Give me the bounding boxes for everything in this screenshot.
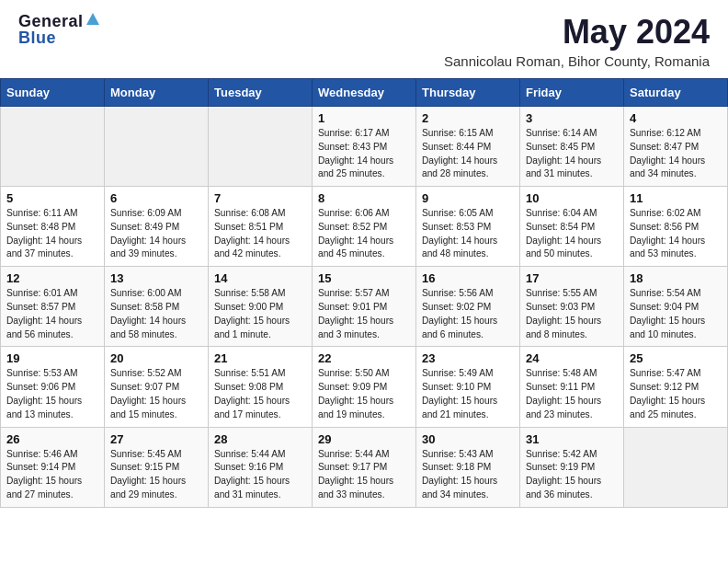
- calendar-cell: 20Sunrise: 5:52 AM Sunset: 9:07 PM Dayli…: [105, 347, 209, 427]
- calendar-cell: 21Sunrise: 5:51 AM Sunset: 9:08 PM Dayli…: [209, 347, 313, 427]
- day-info: Sunrise: 5:44 AM Sunset: 9:16 PM Dayligh…: [214, 448, 306, 502]
- day-number: 6: [110, 191, 202, 205]
- calendar-table: SundayMondayTuesdayWednesdayThursdayFrid…: [0, 78, 728, 508]
- day-info: Sunrise: 5:52 AM Sunset: 9:07 PM Dayligh…: [110, 367, 202, 421]
- day-number: 7: [214, 191, 306, 205]
- day-number: 26: [6, 432, 98, 446]
- calendar-header-row: SundayMondayTuesdayWednesdayThursdayFrid…: [1, 79, 728, 107]
- calendar-cell: 30Sunrise: 5:43 AM Sunset: 9:18 PM Dayli…: [416, 427, 520, 507]
- calendar-cell: 3Sunrise: 6:14 AM Sunset: 8:45 PM Daylig…: [520, 107, 624, 187]
- subtitle: Sannicolau Roman, Bihor County, Romania: [444, 53, 710, 69]
- day-number: 2: [422, 111, 514, 125]
- day-number: 11: [630, 191, 722, 205]
- day-info: Sunrise: 6:15 AM Sunset: 8:44 PM Dayligh…: [422, 127, 514, 181]
- title-area: May 2024 Sannicolau Roman, Bihor County,…: [444, 13, 710, 69]
- day-info: Sunrise: 5:53 AM Sunset: 9:06 PM Dayligh…: [6, 367, 98, 421]
- day-info: Sunrise: 6:11 AM Sunset: 8:48 PM Dayligh…: [6, 207, 98, 261]
- day-number: 31: [526, 432, 618, 446]
- calendar-cell: 16Sunrise: 5:56 AM Sunset: 9:02 PM Dayli…: [416, 267, 520, 347]
- calendar-cell: 5Sunrise: 6:11 AM Sunset: 8:48 PM Daylig…: [1, 187, 105, 267]
- calendar-cell: 29Sunrise: 5:44 AM Sunset: 9:17 PM Dayli…: [313, 427, 416, 507]
- calendar-cell: 22Sunrise: 5:50 AM Sunset: 9:09 PM Dayli…: [313, 347, 416, 427]
- day-number: 30: [422, 432, 514, 446]
- day-number: 14: [214, 271, 306, 285]
- day-info: Sunrise: 6:17 AM Sunset: 8:43 PM Dayligh…: [318, 127, 410, 181]
- calendar-cell: 26Sunrise: 5:46 AM Sunset: 9:14 PM Dayli…: [1, 427, 105, 507]
- day-number: 15: [318, 271, 410, 285]
- day-info: Sunrise: 5:43 AM Sunset: 9:18 PM Dayligh…: [422, 448, 514, 502]
- logo: General Blue: [18, 13, 99, 46]
- day-info: Sunrise: 5:45 AM Sunset: 9:15 PM Dayligh…: [110, 448, 202, 502]
- day-info: Sunrise: 6:04 AM Sunset: 8:54 PM Dayligh…: [526, 207, 618, 261]
- calendar-cell: [105, 107, 209, 187]
- calendar-cell: 8Sunrise: 6:06 AM Sunset: 8:52 PM Daylig…: [313, 187, 416, 267]
- day-info: Sunrise: 6:05 AM Sunset: 8:53 PM Dayligh…: [422, 207, 514, 261]
- day-number: 10: [526, 191, 618, 205]
- calendar-cell: 13Sunrise: 6:00 AM Sunset: 8:58 PM Dayli…: [105, 267, 209, 347]
- calendar-cell: 14Sunrise: 5:58 AM Sunset: 9:00 PM Dayli…: [209, 267, 313, 347]
- calendar-header-saturday: Saturday: [624, 79, 728, 107]
- calendar-cell: 31Sunrise: 5:42 AM Sunset: 9:19 PM Dayli…: [520, 427, 624, 507]
- day-number: 1: [318, 111, 410, 125]
- calendar-header-monday: Monday: [105, 79, 209, 107]
- day-info: Sunrise: 5:44 AM Sunset: 9:17 PM Dayligh…: [318, 448, 410, 502]
- calendar-cell: 11Sunrise: 6:02 AM Sunset: 8:56 PM Dayli…: [624, 187, 728, 267]
- day-info: Sunrise: 6:06 AM Sunset: 8:52 PM Dayligh…: [318, 207, 410, 261]
- day-info: Sunrise: 5:48 AM Sunset: 9:11 PM Dayligh…: [526, 367, 618, 421]
- day-number: 13: [110, 271, 202, 285]
- day-info: Sunrise: 6:08 AM Sunset: 8:51 PM Dayligh…: [214, 207, 306, 261]
- calendar-week-4: 26Sunrise: 5:46 AM Sunset: 9:14 PM Dayli…: [1, 427, 728, 507]
- calendar-cell: 7Sunrise: 6:08 AM Sunset: 8:51 PM Daylig…: [209, 187, 313, 267]
- calendar-cell: [624, 427, 728, 507]
- day-info: Sunrise: 6:00 AM Sunset: 8:58 PM Dayligh…: [110, 287, 202, 341]
- calendar-cell: 27Sunrise: 5:45 AM Sunset: 9:15 PM Dayli…: [105, 427, 209, 507]
- calendar-cell: 24Sunrise: 5:48 AM Sunset: 9:11 PM Dayli…: [520, 347, 624, 427]
- day-info: Sunrise: 5:56 AM Sunset: 9:02 PM Dayligh…: [422, 287, 514, 341]
- calendar-cell: 4Sunrise: 6:12 AM Sunset: 8:47 PM Daylig…: [624, 107, 728, 187]
- day-info: Sunrise: 5:47 AM Sunset: 9:12 PM Dayligh…: [630, 367, 722, 421]
- header: General Blue May 2024 Sannicolau Roman, …: [0, 0, 728, 75]
- day-info: Sunrise: 5:49 AM Sunset: 9:10 PM Dayligh…: [422, 367, 514, 421]
- day-info: Sunrise: 5:54 AM Sunset: 9:04 PM Dayligh…: [630, 287, 722, 341]
- calendar-cell: 25Sunrise: 5:47 AM Sunset: 9:12 PM Dayli…: [624, 347, 728, 427]
- logo-blue-text: Blue: [18, 29, 56, 47]
- calendar-cell: 12Sunrise: 6:01 AM Sunset: 8:57 PM Dayli…: [1, 267, 105, 347]
- calendar-cell: 19Sunrise: 5:53 AM Sunset: 9:06 PM Dayli…: [1, 347, 105, 427]
- calendar-week-1: 5Sunrise: 6:11 AM Sunset: 8:48 PM Daylig…: [1, 187, 728, 267]
- calendar-week-2: 12Sunrise: 6:01 AM Sunset: 8:57 PM Dayli…: [1, 267, 728, 347]
- calendar-header-thursday: Thursday: [416, 79, 520, 107]
- day-number: 28: [214, 432, 306, 446]
- calendar-cell: 9Sunrise: 6:05 AM Sunset: 8:53 PM Daylig…: [416, 187, 520, 267]
- day-info: Sunrise: 5:58 AM Sunset: 9:00 PM Dayligh…: [214, 287, 306, 341]
- day-number: 22: [318, 351, 410, 365]
- day-info: Sunrise: 5:50 AM Sunset: 9:09 PM Dayligh…: [318, 367, 410, 421]
- calendar-cell: 18Sunrise: 5:54 AM Sunset: 9:04 PM Dayli…: [624, 267, 728, 347]
- calendar-week-3: 19Sunrise: 5:53 AM Sunset: 9:06 PM Dayli…: [1, 347, 728, 427]
- calendar-cell: 10Sunrise: 6:04 AM Sunset: 8:54 PM Dayli…: [520, 187, 624, 267]
- logo-general-text: General: [18, 13, 84, 29]
- day-number: 25: [630, 351, 722, 365]
- day-number: 9: [422, 191, 514, 205]
- day-number: 27: [110, 432, 202, 446]
- calendar-cell: 1Sunrise: 6:17 AM Sunset: 8:43 PM Daylig…: [313, 107, 416, 187]
- day-info: Sunrise: 6:01 AM Sunset: 8:57 PM Dayligh…: [6, 287, 98, 341]
- day-info: Sunrise: 6:12 AM Sunset: 8:47 PM Dayligh…: [630, 127, 722, 181]
- day-number: 23: [422, 351, 514, 365]
- day-info: Sunrise: 6:09 AM Sunset: 8:49 PM Dayligh…: [110, 207, 202, 261]
- calendar-cell: 28Sunrise: 5:44 AM Sunset: 9:16 PM Dayli…: [209, 427, 313, 507]
- day-info: Sunrise: 5:51 AM Sunset: 9:08 PM Dayligh…: [214, 367, 306, 421]
- calendar-cell: [1, 107, 105, 187]
- day-number: 21: [214, 351, 306, 365]
- calendar-cell: 6Sunrise: 6:09 AM Sunset: 8:49 PM Daylig…: [105, 187, 209, 267]
- day-info: Sunrise: 5:46 AM Sunset: 9:14 PM Dayligh…: [6, 448, 98, 502]
- day-info: Sunrise: 6:14 AM Sunset: 8:45 PM Dayligh…: [526, 127, 618, 181]
- calendar-cell: 15Sunrise: 5:57 AM Sunset: 9:01 PM Dayli…: [313, 267, 416, 347]
- day-number: 12: [6, 271, 98, 285]
- calendar-cell: 2Sunrise: 6:15 AM Sunset: 8:44 PM Daylig…: [416, 107, 520, 187]
- calendar-header-tuesday: Tuesday: [209, 79, 313, 107]
- day-number: 19: [6, 351, 98, 365]
- day-number: 20: [110, 351, 202, 365]
- day-number: 29: [318, 432, 410, 446]
- day-number: 4: [630, 111, 722, 125]
- day-number: 3: [526, 111, 618, 125]
